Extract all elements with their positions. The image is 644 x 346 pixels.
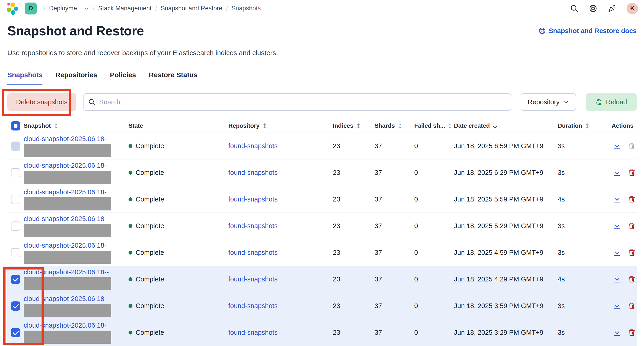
shards-value: 37 <box>374 169 414 176</box>
breadcrumb-deployment[interactable]: Deployme... <box>49 5 89 12</box>
chevron-down-icon <box>563 99 569 105</box>
repository-link[interactable]: found-snapshots <box>228 142 278 150</box>
delete-trash-icon[interactable] <box>628 195 636 203</box>
reload-button[interactable]: Reload <box>586 93 637 111</box>
delete-trash-icon[interactable] <box>628 222 636 230</box>
failed-shards-value: 0 <box>414 329 454 336</box>
news-icon[interactable] <box>608 4 616 13</box>
column-header-actions: Actions <box>606 122 637 129</box>
state-dot <box>128 197 132 201</box>
column-header-date-created[interactable]: Date created <box>454 122 558 129</box>
state-dot <box>128 224 132 228</box>
help-icon <box>538 27 546 35</box>
repository-filter-label: Repository <box>528 98 560 106</box>
table-row: cloud-snapshot-2025.06.18- Complete foun… <box>7 239 637 266</box>
repository-link[interactable]: found-snapshots <box>228 249 278 256</box>
date-created-value: Jun 18, 2025 5:29 PM GMT+9 <box>454 222 558 230</box>
state-dot <box>128 277 132 281</box>
repository-link[interactable]: found-snapshots <box>228 222 278 229</box>
page-description: Use repositories to store and recover ba… <box>7 49 637 57</box>
row-checkbox[interactable] <box>11 142 20 151</box>
date-created-value: Jun 18, 2025 6:59 PM GMT+9 <box>454 142 558 150</box>
duration-value: 4s <box>558 195 606 203</box>
help-icon[interactable] <box>589 4 597 13</box>
restore-download-icon[interactable] <box>613 195 621 203</box>
restore-download-icon[interactable] <box>613 222 621 230</box>
redacted-snapshot-name <box>24 224 111 237</box>
snapshot-link[interactable]: cloud-snapshot-2025.06.18-- <box>24 268 109 276</box>
select-all-checkbox[interactable] <box>11 121 20 131</box>
page-title: Snapshot and Restore <box>7 23 144 38</box>
snapshot-link[interactable]: cloud-snapshot-2025.06.18- <box>24 322 106 329</box>
row-checkbox[interactable] <box>11 248 20 257</box>
duration-value: 4s <box>558 275 606 283</box>
search-icon <box>88 98 96 106</box>
repository-link[interactable]: found-snapshots <box>228 302 278 309</box>
restore-download-icon[interactable] <box>613 328 621 336</box>
delete-trash-icon[interactable] <box>628 275 636 283</box>
indices-value: 23 <box>333 169 374 176</box>
redacted-snapshot-name <box>24 330 111 344</box>
repository-link[interactable]: found-snapshots <box>228 329 278 336</box>
duration-value: 3s <box>558 249 606 256</box>
breadcrumb-snapshot-and-restore[interactable]: Snapshot and Restore <box>161 5 222 12</box>
delete-trash-icon[interactable] <box>628 328 636 336</box>
failed-shards-value: 0 <box>414 142 454 150</box>
duration-value: 3s <box>558 329 606 336</box>
shards-value: 37 <box>374 222 414 230</box>
delete-trash-icon[interactable] <box>628 249 636 257</box>
tab-repositories[interactable]: Repositories <box>55 71 97 85</box>
restore-download-icon[interactable] <box>613 169 621 177</box>
tab-snapshots[interactable]: Snapshots <box>7 71 42 85</box>
delete-trash-icon[interactable] <box>628 169 636 177</box>
elastic-logo[interactable] <box>6 2 19 15</box>
delete-trash-icon[interactable] <box>628 302 636 310</box>
delete-snapshots-button[interactable]: Delete snapshots <box>7 93 76 111</box>
row-checkbox[interactable] <box>11 328 20 337</box>
snapshot-link[interactable]: cloud-snapshot-2025.06.18- <box>24 242 106 249</box>
sort-icon <box>584 123 590 129</box>
snapshot-link[interactable]: cloud-snapshot-2025.06.18- <box>24 295 106 302</box>
restore-download-icon[interactable] <box>613 249 621 257</box>
snapshot-link[interactable]: cloud-snapshot-2025.06.18- <box>24 188 106 196</box>
column-header-snapshot[interactable]: Snapshot <box>20 122 128 129</box>
row-checkbox[interactable] <box>11 275 20 284</box>
reload-button-label: Reload <box>606 98 627 106</box>
deployment-badge[interactable]: D <box>25 3 37 15</box>
docs-link[interactable]: Snapshot and Restore docs <box>538 27 637 35</box>
snapshot-link[interactable]: cloud-snapshot-2025.06.18- <box>24 135 106 143</box>
user-avatar[interactable]: K <box>626 3 638 14</box>
search-field[interactable] <box>83 93 511 111</box>
table-row: cloud-snapshot-2025.06.18- Complete foun… <box>7 213 637 239</box>
repository-link[interactable]: found-snapshots <box>228 195 278 203</box>
tab-policies[interactable]: Policies <box>110 71 136 85</box>
failed-shards-value: 0 <box>414 169 454 176</box>
tab-restore-status[interactable]: Restore Status <box>149 71 198 85</box>
column-header-shards[interactable]: Shards <box>374 122 414 129</box>
column-header-repository[interactable]: Repository <box>228 122 333 129</box>
row-checkbox[interactable] <box>11 168 20 177</box>
restore-download-icon[interactable] <box>613 275 621 283</box>
indices-value: 23 <box>333 195 374 203</box>
column-header-duration[interactable]: Duration <box>558 122 606 129</box>
repository-link[interactable]: found-snapshots <box>228 275 278 283</box>
shards-value: 37 <box>374 249 414 256</box>
snapshot-link[interactable]: cloud-snapshot-2025.06.18- <box>24 215 106 223</box>
snapshot-link[interactable]: cloud-snapshot-2025.06.18- <box>24 162 106 169</box>
row-checkbox[interactable] <box>11 195 20 204</box>
state-dot <box>128 304 132 308</box>
column-header-indices[interactable]: Indices <box>333 122 374 129</box>
search-input[interactable] <box>99 98 506 106</box>
column-header-failed-shards[interactable]: Failed sh... <box>414 122 454 129</box>
restore-download-icon[interactable] <box>613 302 621 310</box>
row-checkbox[interactable] <box>11 301 20 311</box>
failed-shards-value: 0 <box>414 195 454 203</box>
search-icon[interactable] <box>570 4 578 13</box>
top-navigation-bar: D / Deployme... / Stack Management / Sna… <box>0 0 644 17</box>
repository-link[interactable]: found-snapshots <box>228 169 278 176</box>
table-row: cloud-snapshot-2025.06.18- Complete foun… <box>7 293 637 319</box>
row-checkbox[interactable] <box>11 221 20 231</box>
restore-download-icon[interactable] <box>613 142 621 150</box>
repository-filter-button[interactable]: Repository <box>521 93 576 111</box>
breadcrumb-stack-management[interactable]: Stack Management <box>98 5 152 12</box>
